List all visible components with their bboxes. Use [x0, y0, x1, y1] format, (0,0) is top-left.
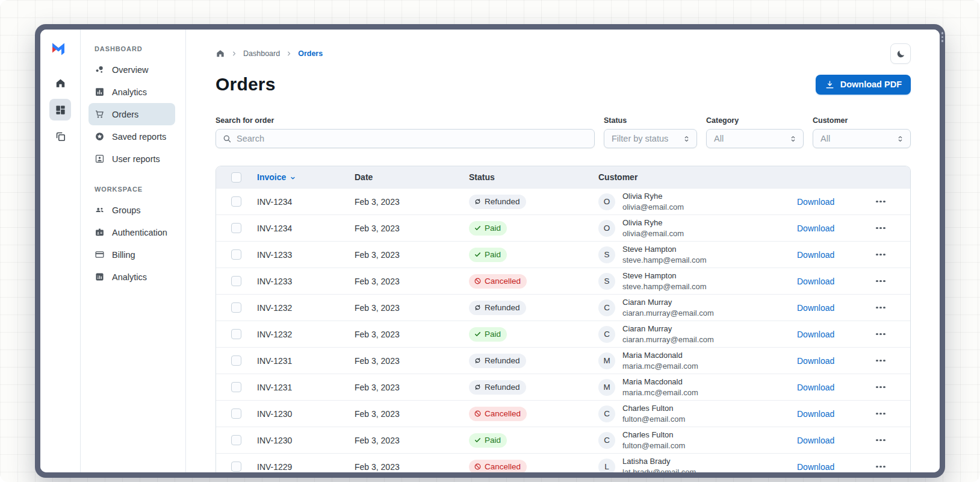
invoice-cell: INV-1232 — [257, 303, 292, 313]
filters-row: Search for order StatusFilter by statusC… — [216, 116, 911, 148]
date-cell: Feb 3, 2023 — [355, 197, 400, 207]
column-header-invoice[interactable]: Invoice — [257, 172, 355, 182]
sidebar-item-orders[interactable]: Orders — [88, 103, 175, 125]
row-more-button[interactable] — [871, 249, 890, 261]
block-icon — [474, 463, 482, 471]
filter-group-status: StatusFilter by status — [604, 116, 697, 148]
row-more-button[interactable] — [871, 381, 890, 393]
row-checkbox[interactable] — [231, 276, 241, 286]
sidebar-item-overview[interactable]: Overview — [88, 58, 175, 81]
download-icon — [825, 80, 835, 90]
select-value: All — [820, 134, 830, 143]
download-link[interactable]: Download — [797, 277, 834, 286]
table-row: INV-1234 Feb 3, 2023 Paid O Olivia Ryhe … — [216, 214, 910, 241]
row-more-button[interactable] — [871, 461, 890, 472]
unfold-icon — [896, 134, 905, 143]
download-link[interactable]: Download — [797, 330, 834, 339]
table-row: INV-1231 Feb 3, 2023 Refunded M Maria Ma… — [216, 374, 910, 400]
download-link[interactable]: Download — [797, 356, 834, 366]
download-link[interactable]: Download — [797, 303, 834, 313]
invoice-cell: INV-1234 — [257, 197, 292, 207]
breadcrumb-orders[interactable]: Orders — [298, 49, 323, 58]
date-cell: Feb 3, 2023 — [355, 224, 400, 233]
sidebar-item-label: Authentication — [112, 228, 167, 237]
orders-table: Invoice Date Status Customer INV-1234 Fe… — [216, 166, 911, 472]
sidebar-item-billing[interactable]: Billing — [88, 243, 175, 266]
row-checkbox[interactable] — [231, 302, 241, 313]
row-checkbox[interactable] — [231, 329, 241, 339]
row-more-button[interactable] — [871, 302, 890, 314]
download-link[interactable]: Download — [797, 436, 834, 445]
chevron-right-icon — [285, 50, 293, 57]
row-more-button[interactable] — [871, 434, 890, 446]
customer-select[interactable]: All — [813, 129, 911, 148]
row-checkbox[interactable] — [231, 223, 241, 233]
select-all-checkbox[interactable] — [231, 172, 241, 183]
download-pdf-button[interactable]: Download PDF — [816, 75, 911, 95]
autorenew-icon — [474, 304, 482, 311]
row-checkbox[interactable] — [231, 249, 241, 260]
sidebar-item-analytics[interactable]: Analytics — [88, 266, 175, 288]
row-more-button[interactable] — [871, 196, 890, 208]
download-link[interactable]: Download — [797, 224, 834, 233]
download-link[interactable]: Download — [797, 462, 834, 472]
customer-name: Maria Macdonald — [622, 350, 698, 361]
row-more-button[interactable] — [871, 222, 890, 234]
row-more-button[interactable] — [871, 275, 890, 287]
row-more-button[interactable] — [871, 328, 890, 340]
table-body: INV-1234 Feb 3, 2023 Refunded O Olivia R… — [216, 188, 910, 472]
customer-email: maria.mc@email.com — [622, 387, 698, 398]
status-badge: Paid — [469, 327, 507, 342]
sidebar-item-saved-reports[interactable]: Saved reports — [88, 125, 175, 148]
category-select[interactable]: All — [706, 129, 804, 148]
search-input[interactable] — [237, 134, 588, 143]
row-checkbox[interactable] — [231, 408, 241, 419]
row-checkbox[interactable] — [231, 382, 241, 392]
status-badge: Refunded — [469, 195, 526, 209]
rail-home-button[interactable] — [49, 72, 71, 94]
table-row: INV-1231 Feb 3, 2023 Refunded M Maria Ma… — [216, 347, 910, 374]
table-row: INV-1230 Feb 3, 2023 Paid C Charles Fult… — [216, 427, 910, 453]
row-more-button[interactable] — [871, 355, 890, 367]
title-row: Orders Download PDF — [216, 74, 911, 95]
download-link[interactable]: Download — [797, 250, 834, 260]
status-badge: Paid — [469, 433, 507, 448]
dark-mode-toggle[interactable] — [890, 43, 911, 64]
row-checkbox[interactable] — [231, 462, 241, 472]
sidebar-item-authentication[interactable]: Authentication — [88, 221, 175, 243]
chevron-right-icon — [231, 50, 238, 57]
status-badge: Cancelled — [469, 407, 527, 421]
home-icon[interactable] — [216, 49, 225, 58]
unfold-icon — [789, 134, 798, 143]
sidebar-item-analytics[interactable]: Analytics — [88, 81, 175, 103]
scrollbar-thumb[interactable] — [941, 32, 944, 42]
rail-layers-button[interactable] — [49, 125, 71, 147]
sidebar-item-groups[interactable]: Groups — [88, 199, 175, 221]
date-cell: Feb 3, 2023 — [355, 436, 400, 445]
row-checkbox[interactable] — [231, 435, 241, 445]
avatar: O — [598, 193, 615, 210]
sidebar: DASHBOARDOverviewAnalyticsOrdersSaved re… — [81, 30, 186, 472]
mui-logo-icon — [51, 42, 69, 58]
row-more-button[interactable] — [871, 408, 890, 420]
row-checkbox[interactable] — [231, 355, 241, 366]
customer-name: Olivia Ryhe — [622, 191, 684, 202]
download-link[interactable]: Download — [797, 409, 834, 419]
chart-square-icon — [95, 272, 105, 282]
breadcrumb-dashboard[interactable]: Dashboard — [243, 49, 280, 58]
table-row: INV-1233 Feb 3, 2023 Cancelled S Steve H… — [216, 268, 910, 294]
row-checkbox[interactable] — [231, 196, 241, 207]
status-badge: Paid — [469, 248, 507, 262]
sidebar-item-user-reports[interactable]: User reports — [88, 148, 175, 170]
search-field — [216, 129, 595, 148]
table-row: INV-1230 Feb 3, 2023 Cancelled C Charles… — [216, 400, 910, 427]
autorenew-icon — [474, 357, 482, 365]
autorenew-icon — [474, 383, 482, 391]
download-link[interactable]: Download — [797, 383, 834, 392]
home-icon — [55, 78, 66, 89]
status-select[interactable]: Filter by status — [604, 129, 697, 148]
rail-apps-button[interactable] — [49, 99, 71, 120]
sidebar-item-label: Orders — [112, 110, 138, 119]
download-link[interactable]: Download — [797, 197, 834, 207]
sidebar-item-label: Billing — [112, 250, 135, 260]
